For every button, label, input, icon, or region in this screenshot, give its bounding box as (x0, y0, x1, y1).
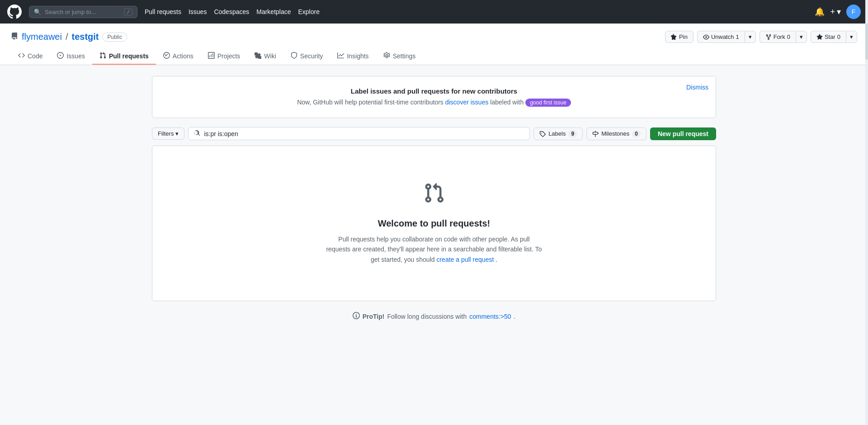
fork-split-button: Fork 0 ▾ (760, 31, 807, 43)
tab-wiki-label: Wiki (264, 52, 276, 60)
search-icon (194, 130, 200, 137)
filters-button[interactable]: Filters ▾ (152, 128, 184, 140)
top-navigation: 🔍 Search or jump to... / Pull requests I… (0, 0, 868, 24)
good-first-issue-badge: good first issue (525, 99, 571, 107)
repo-separator: / (66, 32, 68, 42)
chevron-down-icon: ▾ (749, 33, 752, 40)
issues-icon (57, 52, 64, 60)
discover-issues-link[interactable]: discover issues (445, 99, 489, 106)
github-logo[interactable] (7, 5, 22, 19)
unwatch-split-button: Unwatch 1 ▾ (697, 31, 756, 43)
contributor-banner: Label issues and pull requests for new c… (152, 76, 716, 118)
pin-button[interactable]: Pin (665, 31, 693, 43)
tab-wiki[interactable]: Wiki (247, 48, 283, 65)
label-icon (539, 131, 546, 137)
wiki-icon (255, 52, 261, 60)
tab-projects-label: Projects (217, 52, 241, 60)
fork-icon (765, 34, 772, 40)
new-pr-label: New pull request (658, 130, 708, 137)
create-new-button[interactable]: + ▾ (830, 7, 841, 17)
fork-dropdown-button[interactable]: ▾ (796, 31, 807, 43)
tab-pull-requests-label: Pull requests (109, 52, 149, 60)
protip-period: . (514, 313, 515, 320)
tab-pull-requests[interactable]: Pull requests (92, 48, 156, 65)
unwatch-label: Unwatch (711, 33, 734, 40)
empty-state-description: Pull requests help you collaborate on co… (326, 234, 542, 264)
tab-insights-label: Insights (347, 52, 368, 60)
star-icon (816, 34, 823, 40)
user-avatar[interactable]: F (846, 5, 861, 19)
empty-state-text-before: Pull requests help you collaborate on co… (326, 236, 542, 263)
protip-link[interactable]: comments:>50 (469, 313, 511, 320)
star-button[interactable]: Star 0 (811, 31, 846, 43)
milestones-count: 0 (632, 130, 641, 137)
tab-actions-label: Actions (173, 52, 193, 60)
star-count: 0 (837, 33, 840, 40)
nav-marketplace[interactable]: Marketplace (256, 8, 291, 15)
protip-section: ProTip! Follow long discussions with com… (152, 312, 716, 321)
search-shortcut: / (124, 8, 132, 16)
repo-action-buttons: Pin Unwatch 1 ▾ Fork 0 (665, 31, 857, 43)
tab-issues-label: Issues (66, 52, 85, 60)
tab-projects[interactable]: Projects (201, 48, 248, 65)
filter-bar: Filters ▾ Labels 9 Milestones 0 New pull… (152, 127, 716, 140)
tab-security[interactable]: Security (283, 48, 330, 65)
dismiss-link[interactable]: Dismiss (686, 84, 708, 91)
top-nav-right: 🔔 + ▾ F (815, 5, 861, 19)
milestones-label: Milestones (601, 130, 629, 137)
fork-button[interactable]: Fork 0 (760, 31, 796, 43)
chevron-down-icon: ▾ (800, 33, 803, 40)
repo-owner-link[interactable]: flymeawei (22, 32, 62, 42)
projects-icon (208, 52, 215, 60)
search-icon: 🔍 (34, 9, 41, 15)
notifications-button[interactable]: 🔔 (815, 7, 825, 17)
actions-icon (163, 52, 170, 60)
star-split-button: Star 0 ▾ (811, 31, 857, 43)
unwatch-button[interactable]: Unwatch 1 (697, 31, 745, 43)
repo-header: flymeawei / testgit Public Pin Unwatch 1… (0, 24, 868, 65)
security-icon (291, 52, 297, 60)
global-search[interactable]: 🔍 Search or jump to... / (29, 6, 137, 18)
tab-actions[interactable]: Actions (156, 48, 201, 65)
pull-request-icon (99, 52, 106, 60)
repo-name-link[interactable]: testgit (71, 32, 99, 42)
search-input[interactable] (204, 130, 524, 137)
nav-codespaces[interactable]: Codespaces (214, 8, 249, 15)
labels-label: Labels (548, 130, 566, 137)
pin-icon (671, 34, 677, 40)
star-label: Star (825, 33, 835, 40)
main-content: Label issues and pull requests for new c… (145, 65, 723, 331)
star-dropdown-button[interactable]: ▾ (846, 31, 857, 43)
create-pull-request-link[interactable]: create a pull request (436, 256, 494, 263)
settings-icon (383, 52, 390, 60)
new-pull-request-button[interactable]: New pull request (650, 128, 716, 140)
tab-settings-label: Settings (393, 52, 416, 60)
banner-desc-before: Now, GitHub will help potential first-ti… (297, 99, 443, 106)
tab-issues[interactable]: Issues (50, 48, 92, 65)
chevron-down-icon: ▾ (850, 33, 853, 40)
pin-label: Pin (679, 33, 688, 40)
insights-icon (337, 52, 344, 60)
tab-security-label: Security (300, 52, 323, 60)
top-nav-links: Pull requests Issues Codespaces Marketpl… (145, 8, 807, 15)
tab-code[interactable]: Code (11, 48, 50, 65)
labels-button[interactable]: Labels 9 (533, 128, 583, 140)
scrollbar-thumb[interactable] (865, 24, 868, 60)
bell-icon: 🔔 (815, 7, 825, 17)
nav-pull-requests[interactable]: Pull requests (145, 8, 181, 15)
nav-issues[interactable]: Issues (189, 8, 207, 15)
banner-desc-middle: labeled with (490, 99, 525, 106)
pull-request-large-icon (423, 182, 445, 204)
unwatch-dropdown-button[interactable]: ▾ (745, 31, 756, 43)
protip-bold: ProTip! (363, 313, 385, 320)
tab-settings[interactable]: Settings (376, 48, 423, 65)
search-placeholder-text: Search or jump to... (45, 9, 96, 15)
fork-count: 0 (787, 33, 790, 40)
nav-explore[interactable]: Explore (298, 8, 320, 15)
tab-insights[interactable]: Insights (330, 48, 376, 65)
protip-icon (353, 312, 360, 321)
search-input-wrap[interactable] (188, 127, 530, 140)
empty-state-title: Welcome to pull requests! (163, 218, 705, 229)
milestones-button[interactable]: Milestones 0 (586, 128, 646, 140)
scrollbar[interactable] (865, 0, 868, 331)
